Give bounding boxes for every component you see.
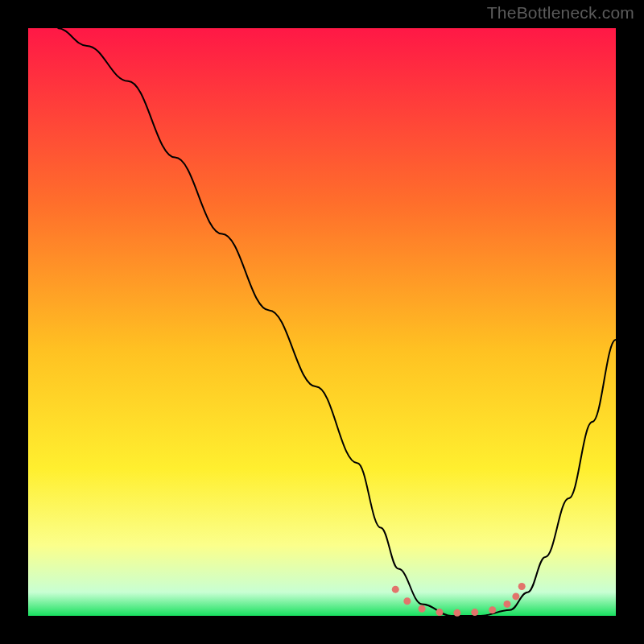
- curve-marker: [518, 583, 526, 590]
- chart-frame: TheBottleneck.com: [0, 0, 644, 644]
- curve-marker: [471, 609, 478, 616]
- watermark: TheBottleneck.com: [487, 3, 634, 23]
- plot-background: [28, 28, 616, 616]
- curve-marker: [453, 609, 460, 617]
- curve-marker: [489, 606, 496, 613]
- curve-marker: [503, 601, 510, 608]
- chart-svg: [0, 0, 644, 644]
- curve-marker: [392, 586, 399, 593]
- curve-marker: [512, 592, 519, 600]
- curve-marker: [403, 597, 411, 605]
- curve-marker: [436, 609, 444, 616]
- curve-marker: [419, 605, 426, 613]
